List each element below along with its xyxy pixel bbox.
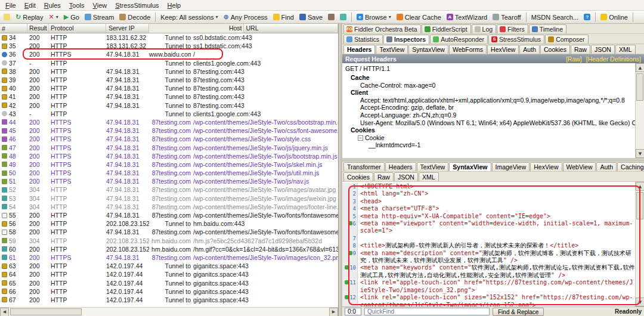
menu-help[interactable]: Help [163,1,185,10]
tab-log[interactable]: Log [472,24,497,33]
replay-button[interactable]: ↻Replay [14,13,45,21]
session-row[interactable]: 53304HTTP47.94.18.3187testing.com/wp-con… [0,194,338,203]
tearoff-button[interactable]: Tearoff [491,13,522,21]
inspector-tab-json[interactable]: JSON [591,45,615,54]
session-row[interactable]: 54304HTTP47.94.18.3187testing.com/wp-con… [0,203,338,211]
any-process-button[interactable]: ⊕Any Process [222,13,270,21]
response-tab-json[interactable]: JSON [394,172,418,181]
scrollbar-track[interactable] [636,72,644,149]
session-row[interactable]: 39200HTTP47.94.18.31Tunnel to87testing.c… [0,76,338,84]
header-definitions-link[interactable]: [Header Definitions] [586,55,641,63]
menu-file[interactable]: File [1,1,20,10]
find-button[interactable]: Find [271,13,296,21]
scrollbar-thumb[interactable] [10,308,82,315]
session-row[interactable]: 48200HTTPS47.94.18.3187testing.com/wp-co… [0,152,338,160]
timer-button[interactable] [338,13,348,21]
clear-cache-button[interactable]: Clear Cache [395,13,443,21]
inspector-tab-syntaxview[interactable]: SyntaxView [408,45,448,54]
go-button[interactable]: ▶Go [62,13,81,21]
browse-button[interactable]: eBrowse▾ [355,13,393,21]
inspector-tab-auth[interactable]: Auth [519,45,540,54]
menu-stressstimulus[interactable]: StressStimulus [111,1,163,10]
session-row[interactable]: 49200HTTPS47.94.18.3187testing.com/wp-co… [0,160,338,169]
session-row[interactable]: 36200HTTPS47.94.18.31www.baidu.com/ [0,50,338,58]
column-header-host[interactable]: Host [149,24,244,33]
response-tab-raw[interactable]: Raw [374,172,394,181]
session-row[interactable]: 34200HTTP183.131.62.32Tunnel toss0.bdsta… [0,33,338,42]
session-row[interactable]: 41200HTTP47.94.18.31Tunnel to87testing.c… [0,92,338,101]
session-row[interactable]: 46200HTTPS47.94.18.3187testing.com/wp-co… [0,135,338,143]
tab-stressstimulus[interactable]: SStressStimulus [488,35,544,44]
help-button[interactable]: ? [582,13,592,21]
session-row[interactable]: 61200HTTPS47.94.18.3187testing.com/wp-co… [0,253,338,262]
session-row[interactable]: 52304HTTP47.94.18.3187testing.com/wp-con… [0,185,338,194]
code-scrollbar[interactable]: ▲ ▼ [635,182,644,306]
tab-filters[interactable]: Filters [497,24,528,33]
header-tree-node[interactable]: −Cookie [358,134,635,142]
online-indicator[interactable]: Online [599,13,630,21]
tab-composer[interactable]: Composer [545,35,588,44]
headers-scrollbar[interactable]: ▲ ▼ [635,63,644,158]
collapse-icon[interactable]: − [358,135,363,141]
response-tab-hexview[interactable]: HexView [530,162,562,171]
inspector-tab-raw[interactable]: Raw [571,45,590,54]
comment-button[interactable] [2,13,12,21]
response-tab-webview[interactable]: WebView [563,162,596,171]
menu-tools[interactable]: Tools [65,1,89,10]
quickfind-input[interactable]: QuickFind [364,308,490,315]
menu-edit[interactable]: Edit [20,1,40,10]
response-tab-xml[interactable]: XML [419,172,439,181]
remove-sessions-button[interactable]: ✕▾ [47,13,60,21]
inspector-tab-cookies[interactable]: Cookies [540,45,570,54]
tab-fiddler-orchestra[interactable]: FOFiddler Orchestra Beta [343,24,421,33]
raw-link[interactable]: [Raw] [566,55,582,63]
menu-rules[interactable]: Rules [40,1,65,10]
response-tab-auth[interactable]: Auth [596,162,617,171]
stream-button[interactable]: Stream [83,13,116,21]
session-row[interactable]: 58200HTTP47.94.18.3187testing.com/wp-con… [0,228,338,236]
session-row[interactable]: 45200HTTPS47.94.18.3187testing.com/wp-co… [0,126,338,135]
session-horizontal-scrollbar[interactable]: ◀ ▶ [0,307,338,316]
session-row[interactable]: 40200HTTP47.94.18.31Tunnel to87testing.c… [0,84,338,92]
session-row[interactable]: 59304HTTP202.108.23.152hm.baidu.com/hm.j… [0,237,338,245]
session-row[interactable]: 47200HTTPS47.94.18.3187testing.com/wp-co… [0,143,338,151]
scroll-right-button[interactable]: ▶ [329,308,338,316]
inspector-tab-textview[interactable]: TextView [376,45,408,54]
inspector-tab-webforms[interactable]: WebForms [449,45,487,54]
column-header-protocol[interactable]: Protocol [49,24,106,33]
screenshot-button[interactable] [326,13,336,21]
response-tab-headers[interactable]: Headers [385,162,416,171]
scroll-up-button[interactable]: ▲ [636,63,644,72]
session-row[interactable]: 60200HTTP202.108.23.152hm.baidu.com/hm.g… [0,245,338,253]
session-row[interactable]: 42200HTTP47.94.18.31Tunnel to87testing.c… [0,101,338,110]
scrollbar-thumb[interactable] [636,73,643,101]
scroll-left-button[interactable]: ◀ [0,308,9,316]
scroll-down-button[interactable]: ▼ [636,298,644,306]
tab-inspectors[interactable]: Inspectors [383,35,429,44]
session-row[interactable]: 38200HTTP47.94.18.31Tunnel to87testing.c… [0,67,338,76]
scroll-down-button[interactable]: ▼ [636,149,644,158]
msdn-search[interactable]: MSDN Search... [530,13,580,21]
response-tab-textview[interactable]: TextView [417,162,449,171]
scrollbar-track[interactable] [9,308,329,316]
scrollbar-thumb[interactable] [636,192,643,219]
tab-statistics[interactable]: Statistics [343,35,383,44]
session-row[interactable]: 37-HTTPTunnel toclients1.google.com:443 [0,59,338,67]
response-tab-caching[interactable]: Caching [617,162,644,171]
tab-autoresponder[interactable]: AutoResponder [430,35,488,44]
tab-fiddlerscript[interactable]: FiddlerScript [422,24,471,33]
inspector-tab-headers[interactable]: Headers [343,45,375,54]
find-replace-button[interactable]: Find & Replace [493,308,544,316]
response-tab-syntaxview[interactable]: SyntaxView [449,162,491,171]
session-row[interactable]: 66200HTTP142.0.197.44Tunnel togiganitcs.… [0,287,338,296]
response-tab-cookies[interactable]: Cookies [343,172,373,181]
textwizard-button[interactable]: ATextWizard [445,13,489,21]
scrollbar-track[interactable] [636,191,644,298]
response-tab-imageview[interactable]: ImageView [492,162,530,171]
column-header-#[interactable]: # [0,24,27,33]
tab-timeline[interactable]: Timeline [529,24,566,33]
response-tab-transformer[interactable]: Transformer [343,162,385,171]
column-header-url[interactable]: URL [244,24,339,33]
session-row[interactable]: 35200HTTP183.131.62.32Tunnel toss1.bdsta… [0,42,338,50]
session-row[interactable]: 64200HTTP142.0.197.44Tunnel togiganitcs.… [0,270,338,278]
